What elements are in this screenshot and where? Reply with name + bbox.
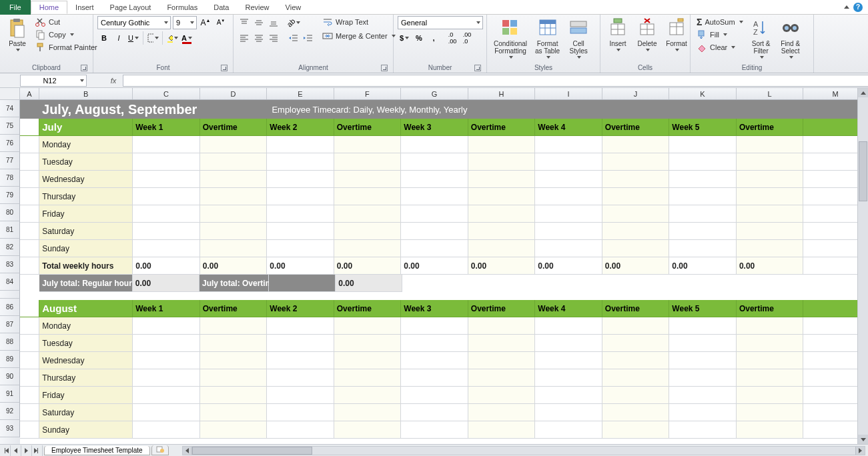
cell[interactable] (401, 171, 468, 188)
cell[interactable] (20, 171, 39, 188)
cell[interactable] (401, 352, 468, 369)
cell[interactable]: Overtime (737, 119, 804, 136)
alignment-dialog-launcher[interactable] (381, 65, 388, 71)
cell[interactable] (604, 100, 671, 119)
column-headers[interactable]: ABCDEFGHIJKLM (20, 88, 868, 100)
cell[interactable]: Saturday (39, 223, 133, 240)
cell[interactable] (535, 153, 602, 171)
cell[interactable]: Monday (39, 317, 133, 335)
cell[interactable]: 0.00 (669, 257, 737, 275)
cell[interactable] (39, 292, 133, 300)
cell[interactable] (669, 369, 737, 387)
cell[interactable] (200, 240, 268, 257)
cell[interactable] (20, 136, 39, 153)
formula-input-wrap[interactable] (123, 75, 868, 87)
cell[interactable] (669, 387, 737, 404)
cell[interactable] (602, 171, 670, 188)
cell[interactable] (602, 369, 670, 387)
bold-button[interactable]: B (97, 31, 111, 45)
cell[interactable] (267, 369, 334, 387)
cell[interactable] (200, 404, 268, 421)
cell[interactable] (133, 369, 200, 387)
cell[interactable] (737, 404, 804, 421)
cell[interactable]: Friday (39, 387, 133, 404)
align-right-button[interactable] (267, 31, 280, 45)
help-icon[interactable]: ? (853, 3, 863, 12)
row-headers[interactable]: 74757677787980818283848687888990919293 (0, 100, 20, 444)
cell[interactable] (133, 292, 200, 300)
number-format-input[interactable] (398, 19, 474, 27)
cell[interactable]: 0.00 (401, 257, 468, 275)
cell[interactable] (267, 171, 334, 188)
row-header-93[interactable]: 93 (0, 420, 20, 437)
format-cells-button[interactable]: Format (663, 16, 690, 53)
cell[interactable] (401, 387, 468, 404)
cell[interactable] (200, 317, 268, 335)
cell[interactable] (334, 136, 402, 153)
cell[interactable] (20, 387, 39, 404)
cell[interactable] (334, 240, 402, 257)
first-sheet-button[interactable] (0, 445, 11, 456)
cell[interactable] (401, 136, 468, 153)
cell[interactable]: July total: Regular hours (39, 275, 133, 292)
cell[interactable]: 0.00 (200, 257, 268, 275)
font-name-input[interactable] (98, 19, 162, 27)
cell[interactable]: Week 3 (401, 119, 468, 136)
column-header-B[interactable]: B (39, 88, 133, 99)
column-header-G[interactable]: G (401, 88, 468, 99)
cell[interactable] (737, 387, 804, 404)
cell[interactable] (401, 404, 468, 421)
cell[interactable] (133, 352, 200, 369)
cell[interactable] (468, 292, 536, 300)
cell[interactable] (401, 205, 468, 223)
cell[interactable] (20, 275, 39, 292)
cell[interactable] (334, 404, 402, 421)
cell[interactable] (334, 369, 402, 387)
cell[interactable] (200, 335, 268, 352)
cell[interactable] (669, 335, 737, 352)
row-header-80[interactable]: 80 (0, 204, 20, 221)
cell[interactable] (535, 240, 602, 257)
column-header-I[interactable]: I (535, 88, 602, 99)
cell[interactable] (669, 317, 737, 335)
cell[interactable] (200, 369, 268, 387)
tab-insert[interactable]: Insert (67, 1, 102, 13)
cells[interactable]: July, August, SeptemberEmployee Timecard… (20, 100, 868, 444)
row-header-92[interactable]: 92 (0, 403, 20, 420)
cell[interactable] (602, 387, 670, 404)
cell[interactable] (401, 188, 468, 205)
cell[interactable] (468, 240, 536, 257)
cell[interactable] (267, 240, 334, 257)
new-sheet-button[interactable] (151, 445, 169, 455)
cell[interactable] (20, 300, 39, 317)
row-header-84[interactable]: 84 (0, 273, 20, 291)
cell[interactable] (737, 352, 804, 369)
tab-data[interactable]: Data (205, 1, 237, 13)
cell[interactable] (470, 275, 536, 292)
accounting-format-button[interactable]: $ (398, 31, 411, 45)
cell[interactable] (602, 188, 670, 205)
vscroll-thumb[interactable] (859, 141, 867, 201)
cell[interactable]: Week 4 (535, 119, 602, 136)
cell[interactable] (20, 352, 39, 369)
cell[interactable] (468, 205, 536, 223)
cell[interactable] (468, 352, 536, 369)
cell[interactable]: Friday (39, 205, 133, 223)
cell[interactable] (334, 171, 402, 188)
row-header-90[interactable]: 90 (0, 368, 20, 385)
column-header-H[interactable]: H (468, 88, 536, 99)
cell[interactable]: Total weekly hours (39, 257, 133, 275)
cell[interactable] (20, 153, 39, 171)
cell[interactable] (535, 404, 602, 421)
cell[interactable] (737, 240, 804, 257)
cell[interactable]: 0.00 (535, 257, 602, 275)
cell[interactable] (602, 136, 670, 153)
cell[interactable]: Monday (39, 136, 133, 153)
cell[interactable] (267, 335, 334, 352)
cell[interactable] (133, 136, 200, 153)
scroll-up-button[interactable] (858, 88, 868, 97)
merge-center-button[interactable]: Merge & Center (320, 30, 398, 42)
italic-button[interactable]: I (112, 31, 125, 45)
cell[interactable] (20, 404, 39, 421)
font-color-button[interactable]: A (180, 31, 193, 45)
